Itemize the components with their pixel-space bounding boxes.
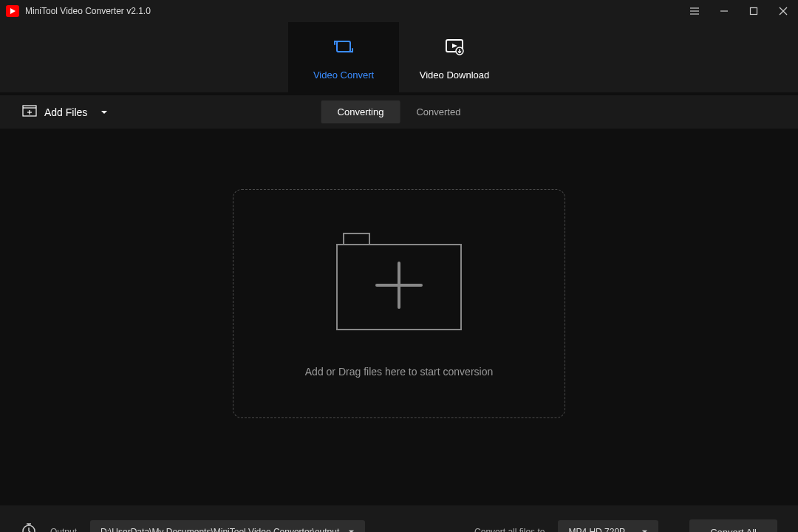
drop-zone[interactable]: Add or Drag files here to start conversi… — [233, 189, 565, 418]
add-files-icon — [22, 105, 37, 119]
dropdown-icon — [348, 527, 355, 532]
top-tabs: Video Convert Video Download — [0, 22, 798, 92]
dropdown-icon — [100, 106, 108, 118]
download-icon — [443, 35, 466, 61]
output-path-text: D:\UserData\My Documents\MiniTool Video … — [100, 527, 339, 532]
svg-rect-4 — [751, 8, 757, 15]
sub-tabs: Converting Converted — [321, 100, 477, 123]
format-text: MP4 HD 720P — [568, 527, 625, 532]
tab-converting[interactable]: Converting — [321, 100, 400, 123]
window-controls — [680, 0, 798, 22]
maximize-button[interactable] — [739, 0, 768, 22]
output-label: Output — [50, 527, 77, 532]
convert-icon — [332, 35, 355, 61]
window-title: MiniTool Video Converter v2.1.0 — [25, 6, 151, 16]
svg-rect-7 — [337, 41, 350, 52]
drop-text: Add or Drag files here to start conversi… — [305, 366, 493, 378]
app-icon — [6, 5, 19, 17]
convert-all-label: Convert all files to — [474, 527, 545, 532]
main-area: Add or Drag files here to start conversi… — [0, 132, 798, 505]
tab-label: Video Download — [420, 69, 489, 81]
tab-label: Video Convert — [313, 69, 374, 81]
output-path-selector[interactable]: D:\UserData\My Documents\MiniTool Video … — [90, 520, 365, 532]
format-selector[interactable]: MP4 HD 720P — [558, 520, 658, 532]
tab-converted[interactable]: Converted — [400, 100, 477, 123]
close-button[interactable] — [768, 0, 798, 22]
add-files-label: Add Files — [44, 106, 87, 118]
title-left: MiniTool Video Converter v2.1.0 — [6, 5, 151, 17]
sub-bar: Add Files Converting Converted — [0, 95, 798, 129]
tab-video-download[interactable]: Video Download — [399, 22, 510, 92]
minimize-button[interactable] — [709, 0, 739, 22]
tab-video-convert[interactable]: Video Convert — [288, 22, 399, 92]
menu-button[interactable] — [680, 0, 709, 22]
add-files-button[interactable]: Add Files — [22, 105, 108, 119]
title-bar: MiniTool Video Converter v2.1.0 — [0, 0, 798, 22]
folder-add-icon — [336, 230, 462, 336]
convert-all-button[interactable]: Convert All — [689, 519, 777, 533]
timer-icon[interactable] — [21, 522, 37, 532]
bottom-bar: Output D:\UserData\My Documents\MiniTool… — [0, 505, 798, 532]
dropdown-icon — [641, 527, 648, 532]
